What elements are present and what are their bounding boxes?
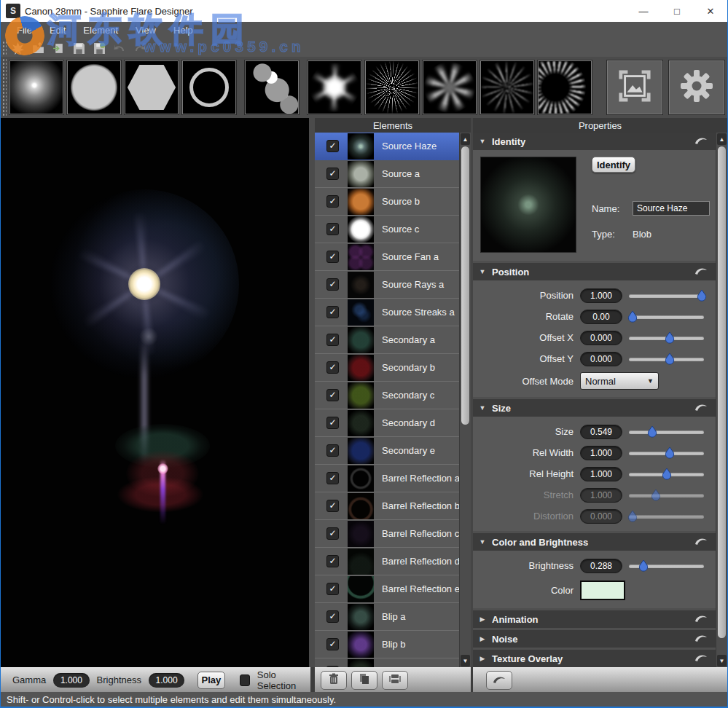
section-size-header[interactable]: ▼ Size — [473, 399, 716, 417]
parameter-slider[interactable] — [629, 331, 707, 345]
slider-handle[interactable] — [665, 331, 675, 345]
reset-section-icon[interactable] — [694, 535, 708, 548]
element-checkbox[interactable]: ✓ — [326, 223, 339, 235]
element-row[interactable]: ✓ Barrel Reflection c — [315, 520, 459, 548]
slider-handle[interactable] — [665, 353, 675, 366]
element-checkbox[interactable]: ✓ — [326, 361, 339, 374]
element-checkbox[interactable]: ✓ — [326, 140, 339, 152]
scroll-down-icon[interactable]: ▼ — [717, 655, 727, 666]
parameter-slider[interactable] — [629, 310, 707, 323]
element-checkbox[interactable]: ✓ — [326, 610, 339, 623]
color-swatch[interactable] — [580, 581, 625, 600]
minimize-button[interactable]: — — [627, 0, 660, 22]
identify-button[interactable]: Identify — [592, 157, 635, 173]
element-checkbox[interactable]: ✓ — [326, 168, 339, 180]
flare-thumbnail[interactable] — [125, 60, 179, 114]
element-checkbox[interactable]: ✓ — [326, 251, 339, 263]
lens-settings-button[interactable] — [669, 60, 724, 114]
element-checkbox[interactable]: ✓ — [326, 389, 339, 401]
offset-mode-dropdown[interactable]: Normal ▼ — [580, 372, 659, 390]
parameter-slider[interactable] — [629, 559, 707, 573]
parameter-slider[interactable] — [629, 447, 707, 460]
slider-handle[interactable] — [665, 447, 675, 460]
element-checkbox[interactable]: ✓ — [326, 527, 339, 540]
save-icon[interactable] — [71, 41, 87, 55]
toolbar-grip[interactable] — [2, 41, 7, 55]
flare-thumbnail[interactable] — [9, 60, 63, 114]
element-row[interactable]: ✓ Source Streaks a — [315, 299, 459, 326]
slider-handle[interactable] — [662, 468, 672, 481]
scrollbar-thumb[interactable] — [718, 146, 726, 638]
slider-handle[interactable] — [638, 559, 649, 573]
parameter-value-field[interactable]: 0.000 — [580, 352, 622, 366]
element-row[interactable]: ✓ Secondary b — [315, 354, 459, 382]
render-preview-button[interactable] — [607, 60, 662, 114]
element-row[interactable]: ✓ Secondary a — [315, 326, 459, 354]
open-icon[interactable] — [30, 41, 46, 55]
parameter-value-field[interactable]: 0.000 — [580, 331, 622, 345]
maximize-button[interactable]: □ — [660, 0, 694, 22]
element-row[interactable]: ✓ Source Rays a — [315, 271, 459, 299]
element-row[interactable]: ✓ Source b — [315, 188, 459, 216]
element-row[interactable]: ✓ Source c — [315, 216, 459, 243]
solo-selection-checkbox[interactable] — [240, 674, 250, 686]
flare-thumbnail[interactable] — [245, 60, 299, 114]
parameter-slider[interactable] — [629, 289, 707, 302]
slider-track[interactable] — [629, 494, 704, 497]
parameter-value-field[interactable]: 1.000 — [580, 446, 622, 460]
element-row[interactable]: ✓ Source Haze — [315, 133, 459, 160]
menu-item[interactable]: Element — [74, 22, 127, 39]
element-checkbox[interactable]: ✓ — [326, 472, 339, 484]
flare-thumbnail[interactable] — [308, 60, 361, 114]
menu-item[interactable]: Help — [165, 22, 202, 39]
parameter-slider[interactable] — [629, 425, 707, 438]
parameter-value-field[interactable]: 1.000 — [580, 467, 622, 481]
elements-scrollbar[interactable]: ▲ ▼ — [459, 133, 471, 667]
reset-section-icon[interactable] — [694, 265, 708, 278]
slider-handle[interactable] — [627, 510, 638, 523]
menu-item[interactable]: Edit — [41, 22, 74, 39]
collapsed-section-header[interactable]: ▶ Animation — [473, 610, 716, 628]
gamma-field[interactable]: 1.000 — [53, 673, 89, 688]
title-bar[interactable]: S Canon 28mm - Sapphire Flare Designer —… — [1, 0, 727, 22]
brightness-field[interactable]: 1.000 — [149, 673, 184, 688]
scroll-down-icon[interactable]: ▼ — [461, 655, 470, 666]
name-field[interactable]: Source Haze — [633, 201, 710, 216]
slider-handle[interactable] — [651, 489, 661, 502]
collapsed-section-header[interactable]: ▶ Noise — [473, 630, 716, 648]
reset-section-icon[interactable] — [694, 652, 708, 665]
parameter-value-field[interactable]: 1.000 — [580, 488, 622, 503]
element-row[interactable]: ✓ — [315, 658, 459, 667]
reset-section-icon[interactable] — [694, 613, 708, 626]
parameter-value-field[interactable]: 0.549 — [580, 425, 622, 439]
collapsed-section-header[interactable]: ▶ Texture Overlay — [473, 650, 716, 667]
redo-icon[interactable] — [132, 41, 148, 55]
parameter-slider[interactable] — [629, 468, 707, 481]
element-row[interactable]: ✓ Barrel Reflection e — [315, 575, 459, 603]
element-row[interactable]: ✓ Blip a — [315, 603, 459, 631]
parameter-value-field[interactable]: 1.000 — [580, 288, 622, 303]
element-row[interactable]: ✓ Secondary c — [315, 382, 459, 409]
reset-section-icon[interactable] — [694, 401, 708, 414]
element-checkbox[interactable]: ✓ — [326, 195, 339, 208]
slider-track[interactable] — [629, 430, 704, 434]
slider-handle[interactable] — [627, 310, 638, 323]
undo-icon[interactable] — [111, 41, 128, 55]
slider-track[interactable] — [629, 315, 704, 319]
play-button[interactable]: Play — [197, 672, 224, 689]
import-icon[interactable] — [50, 41, 66, 55]
save-as-icon[interactable] — [91, 41, 107, 55]
delete-element-button[interactable] — [321, 671, 347, 690]
menu-item[interactable]: File — [8, 22, 41, 39]
element-row[interactable]: ✓ Secondary e — [315, 437, 459, 465]
slider-track[interactable] — [629, 294, 704, 298]
slider-track[interactable] — [629, 515, 704, 519]
scroll-up-icon[interactable]: ▲ — [717, 133, 727, 145]
element-row[interactable]: ✓ Barrel Reflection d — [315, 548, 459, 575]
element-row[interactable]: ✓ Source a — [315, 160, 459, 188]
element-checkbox[interactable]: ✓ — [326, 500, 339, 512]
close-button[interactable]: ✕ — [694, 0, 727, 22]
reset-all-button[interactable] — [486, 671, 512, 690]
flare-thumbnail[interactable] — [480, 60, 534, 114]
parameter-value-field[interactable]: 0.000 — [580, 509, 622, 524]
